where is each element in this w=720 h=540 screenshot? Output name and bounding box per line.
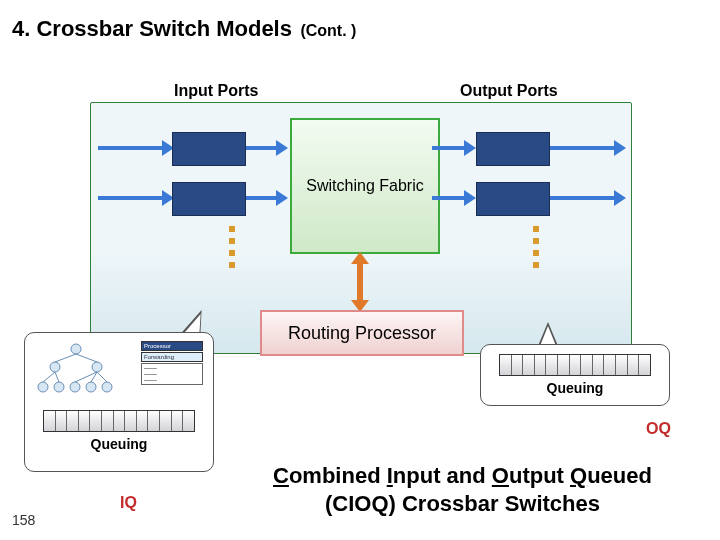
switching-fabric-label: Switching Fabric bbox=[306, 177, 423, 195]
ellipsis-dot bbox=[533, 238, 539, 244]
mini-tree-icon bbox=[35, 341, 117, 395]
arrow-fabric-processor bbox=[357, 262, 363, 302]
label-output-ports: Output Ports bbox=[460, 82, 558, 100]
arrow-fabric-to-outport-2 bbox=[432, 196, 466, 200]
cioq-O: O bbox=[492, 463, 509, 488]
iq-queuing-label: Queuing bbox=[91, 436, 148, 452]
svg-point-6 bbox=[86, 382, 96, 392]
input-port bbox=[172, 132, 246, 166]
ellipsis-dot bbox=[533, 262, 539, 268]
slide-number: 158 bbox=[12, 512, 35, 528]
arrow-out-1 bbox=[550, 146, 616, 150]
svg-point-2 bbox=[92, 362, 102, 372]
svg-point-3 bbox=[38, 382, 48, 392]
slide-title: 4. Crossbar Switch Models (Cont. ) bbox=[12, 16, 356, 42]
cioq-Q: Q bbox=[570, 463, 587, 488]
cioq-C: C bbox=[273, 463, 289, 488]
title-main: 4. Crossbar Switch Models bbox=[12, 16, 292, 41]
cioq-line2: (CIOQ) Crossbar Switches bbox=[325, 491, 600, 516]
callout-pointer-inner bbox=[540, 326, 556, 346]
arrow-in-2 bbox=[98, 196, 164, 200]
svg-point-1 bbox=[50, 362, 60, 372]
ellipsis-dot bbox=[533, 250, 539, 256]
svg-line-14 bbox=[97, 372, 107, 382]
svg-line-10 bbox=[43, 372, 55, 382]
title-cont: (Cont. ) bbox=[300, 22, 356, 39]
ellipsis-dot bbox=[229, 226, 235, 232]
svg-line-9 bbox=[76, 354, 97, 362]
output-port bbox=[476, 182, 550, 216]
svg-point-0 bbox=[71, 344, 81, 354]
svg-line-11 bbox=[55, 372, 59, 382]
arrow-out-2 bbox=[550, 196, 616, 200]
mini-processor-icon: Processor Forwarding ───────── bbox=[141, 341, 203, 385]
ellipsis-dot bbox=[229, 262, 235, 268]
arrow-in-1 bbox=[98, 146, 164, 150]
switching-fabric-box: Switching Fabric bbox=[290, 118, 440, 254]
iq-tag: IQ bbox=[120, 494, 137, 512]
ellipsis-dot bbox=[533, 226, 539, 232]
routing-processor-box: Routing Processor bbox=[260, 310, 464, 356]
input-port bbox=[172, 182, 246, 216]
output-port bbox=[476, 132, 550, 166]
ellipsis-dot bbox=[229, 250, 235, 256]
ellipsis-dot bbox=[229, 238, 235, 244]
svg-point-7 bbox=[102, 382, 112, 392]
svg-point-4 bbox=[54, 382, 64, 392]
cioq-title: Combined Input and Output Queued (CIOQ) … bbox=[210, 462, 715, 517]
queue-strip bbox=[43, 410, 195, 432]
oq-queuing-label: Queuing bbox=[547, 380, 604, 396]
routing-processor-label: Routing Processor bbox=[288, 323, 436, 344]
label-input-ports: Input Ports bbox=[174, 82, 258, 100]
arrow-fabric-to-outport-1 bbox=[432, 146, 466, 150]
oq-callout: Queuing bbox=[480, 344, 670, 406]
arrow-inport-to-fabric-2 bbox=[246, 196, 278, 200]
svg-point-5 bbox=[70, 382, 80, 392]
oq-tag: OQ bbox=[646, 420, 671, 438]
iq-callout: Processor Forwarding ───────── Queuing bbox=[24, 332, 214, 472]
arrow-inport-to-fabric-1 bbox=[246, 146, 278, 150]
svg-line-8 bbox=[55, 354, 76, 362]
queue-strip bbox=[499, 354, 651, 376]
